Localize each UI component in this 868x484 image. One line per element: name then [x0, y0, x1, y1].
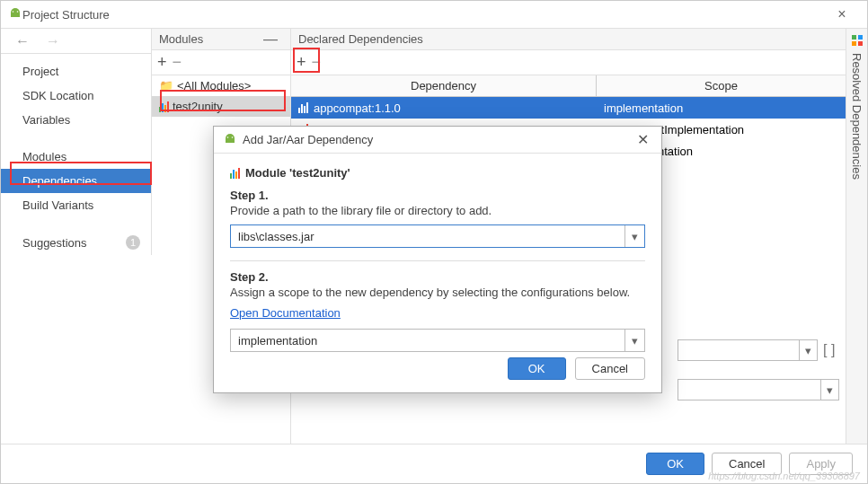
table-row[interactable]: appcompat:1.1.0 implementation	[291, 97, 846, 119]
modules-title: Modules	[159, 32, 203, 46]
module-test2unity[interactable]: test2unity	[152, 96, 290, 117]
deps-table-header: Dependency Scope	[291, 75, 846, 97]
dialog-cancel-button[interactable]: Cancel	[575, 357, 645, 380]
close-icon[interactable]: ×	[824, 6, 860, 22]
remove-module-button[interactable]: −	[173, 53, 182, 72]
android-icon	[8, 7, 22, 22]
deps-title: Declared Dependencies	[298, 32, 423, 46]
sidebar-item-project[interactable]: Project	[1, 59, 151, 84]
path-input[interactable]	[231, 225, 624, 247]
svg-point-6	[227, 136, 229, 138]
titlebar: Project Structure ×	[1, 1, 867, 29]
select-stub-2[interactable]: ▾	[678, 379, 839, 400]
footer: OK Cancel Apply https://blog.csdn.net/qq…	[1, 444, 867, 483]
add-module-button[interactable]: +	[157, 53, 167, 72]
svg-rect-3	[858, 35, 863, 40]
svg-rect-4	[852, 41, 856, 46]
lib-icon	[298, 102, 308, 113]
path-input-combo: ▾	[230, 224, 645, 248]
android-icon	[223, 133, 237, 147]
modules-header: Modules —	[152, 29, 290, 50]
add-jar-dialog: Add Jar/Aar Dependency ✕ Module 'test2un…	[213, 126, 662, 393]
ok-button[interactable]: OK	[646, 453, 704, 475]
sidebar-item-dependencies[interactable]: Dependencies	[1, 169, 151, 193]
deps-header: Declared Dependencies	[291, 29, 846, 50]
module-all[interactable]: 📁 <All Modules>	[152, 75, 290, 96]
resolved-dependencies-rail[interactable]: Resolved Dependencies	[846, 29, 867, 444]
chevron-down-icon[interactable]: ▾	[624, 225, 644, 247]
sidebar-item-label: Suggestions	[22, 236, 87, 250]
step1-label: Step 1.	[230, 189, 645, 202]
dialog-titlebar: Add Jar/Aar Dependency ✕	[214, 127, 661, 154]
add-dependency-button[interactable]: +	[297, 53, 306, 72]
deps-toolbar: + −	[291, 50, 846, 75]
module-icon	[230, 168, 240, 179]
back-button[interactable]: ←	[12, 33, 33, 49]
select-stub-1[interactable]: ▾	[678, 339, 818, 361]
scope-select[interactable]: ▾	[230, 329, 645, 352]
module-icon	[159, 101, 169, 112]
brackets-icon: [ ]	[823, 342, 835, 358]
dialog-close-icon[interactable]: ✕	[633, 131, 652, 148]
svg-point-7	[232, 136, 234, 138]
col-scope[interactable]: Scope	[597, 75, 846, 96]
sidebar-item-suggestions[interactable]: Suggestions 1	[1, 230, 151, 255]
sidebar-item-sdk-location[interactable]: SDK Location	[1, 84, 151, 108]
remove-dependency-button[interactable]: −	[312, 53, 322, 72]
watermark: https://blog.csdn.net/qq_39308897	[708, 471, 860, 481]
folder-icon: 📁	[159, 79, 173, 92]
modules-toolbar: + −	[152, 50, 290, 75]
sidebar: Project SDK Location Variables Modules D…	[1, 54, 152, 255]
sidebar-item-modules[interactable]: Modules	[1, 145, 151, 169]
dialog-ok-button[interactable]: OK	[508, 357, 566, 380]
chevron-down-icon: ▾	[820, 380, 838, 400]
scope-input[interactable]	[231, 330, 624, 351]
module-label: test2unity	[173, 100, 223, 113]
collapse-icon[interactable]: —	[258, 31, 283, 48]
step2-desc: Assign a scope to the new dependency by …	[230, 286, 645, 299]
col-dependency[interactable]: Dependency	[291, 75, 597, 96]
resolved-icon	[851, 34, 864, 49]
sidebar-item-variables[interactable]: Variables	[1, 108, 151, 132]
svg-rect-5	[858, 41, 863, 46]
dialog-footer: OK Cancel	[230, 352, 645, 383]
chevron-down-icon[interactable]: ▾	[624, 330, 644, 351]
dialog-module-label: Module 'test2unity'	[230, 166, 645, 180]
svg-point-0	[13, 11, 14, 13]
svg-rect-2	[852, 35, 856, 40]
open-documentation-link[interactable]: Open Documentation	[230, 306, 341, 320]
bottom-selectors: ▾ [ ] ▾	[678, 339, 839, 400]
window-title: Project Structure	[22, 8, 824, 22]
step1-desc: Provide a path to the library file or di…	[230, 204, 645, 217]
svg-point-1	[17, 11, 19, 13]
step2-label: Step 2.	[230, 270, 645, 284]
suggestions-badge: 1	[126, 235, 140, 250]
rail-label: Resolved Dependencies	[850, 53, 864, 180]
forward-button[interactable]: →	[42, 33, 64, 49]
nav-toolbar: ← →	[1, 29, 152, 54]
dialog-body: Module 'test2unity' Step 1. Provide a pa…	[214, 154, 661, 392]
chevron-down-icon: ▾	[799, 340, 817, 360]
module-label: <All Modules>	[177, 79, 251, 92]
dialog-title: Add Jar/Aar Dependency	[243, 133, 633, 146]
sidebar-item-build-variants[interactable]: Build Variants	[1, 193, 151, 217]
